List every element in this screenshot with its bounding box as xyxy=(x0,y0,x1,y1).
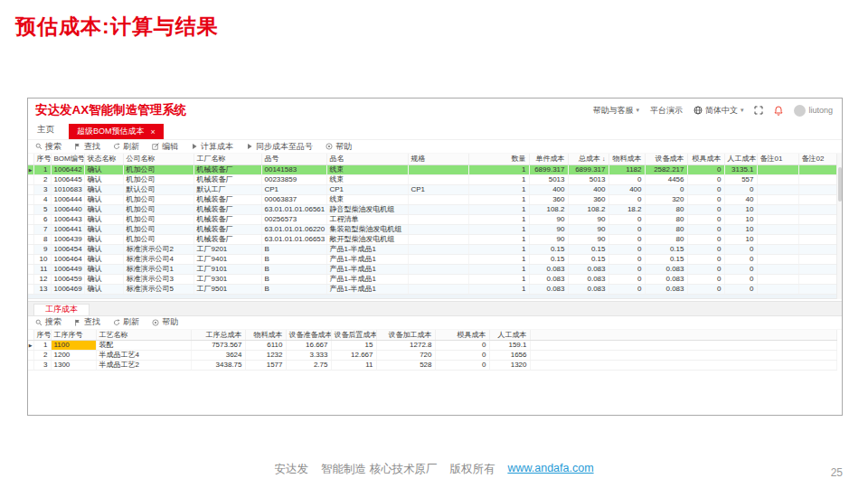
table-row[interactable]: ▶11006442确认机加公司机械装备厂00141583线束16899.3176… xyxy=(28,164,836,174)
cell[interactable]: 80 xyxy=(645,224,687,234)
cell[interactable]: 机械装备厂 xyxy=(193,214,261,224)
cell[interactable]: 0 xyxy=(609,284,645,294)
cell[interactable]: B xyxy=(261,254,326,264)
cell[interactable]: 1006440 xyxy=(51,204,84,214)
cell[interactable]: 63.01.01.01.06561 xyxy=(261,204,326,214)
cell[interactable]: 0 xyxy=(724,184,757,194)
cell[interactable] xyxy=(757,284,798,294)
toolbar-button[interactable]: 搜索 xyxy=(35,141,61,153)
table-row[interactable]: 51006440确认机加公司机械装备厂63.01.01.01.06561静音型柴… xyxy=(28,204,836,214)
cell[interactable]: 7573.567 xyxy=(191,341,245,351)
cell[interactable]: 0 xyxy=(687,214,724,224)
toolbar-button[interactable]: 刷新 xyxy=(113,141,139,153)
cell[interactable]: 1 xyxy=(468,254,529,264)
cell[interactable]: 0 xyxy=(724,264,757,274)
cell[interactable]: 3 xyxy=(33,361,51,371)
cell[interactable]: 确认 xyxy=(84,204,123,214)
cell[interactable]: 4 xyxy=(33,194,51,204)
language-selector[interactable]: 简体中文 ▾ xyxy=(693,105,744,117)
cell[interactable]: 0 xyxy=(609,224,645,234)
cell[interactable] xyxy=(408,164,468,174)
cell[interactable]: 线束 xyxy=(326,194,408,204)
cell[interactable]: 0 xyxy=(687,244,724,254)
cell[interactable]: 1 xyxy=(468,284,529,294)
horizontal-scrollbar[interactable] xyxy=(28,295,836,299)
cell[interactable]: 528 xyxy=(376,361,435,371)
footer-link[interactable]: www.andafa.com xyxy=(507,462,593,477)
cell[interactable]: 0 xyxy=(687,174,724,184)
tab-process-cost[interactable]: 工序成本 xyxy=(33,304,90,315)
cell[interactable]: 0.083 xyxy=(645,274,687,284)
cell[interactable]: 5013 xyxy=(568,174,609,184)
cell[interactable]: 2 xyxy=(33,351,51,361)
toolbar-button[interactable]: 搜索 xyxy=(35,316,61,328)
cell[interactable]: 1006445 xyxy=(51,174,84,184)
cell[interactable]: 静音型柴油发电机组 xyxy=(326,204,408,214)
cell[interactable]: 0 xyxy=(687,264,724,274)
cell[interactable]: 7 xyxy=(33,224,51,234)
cell[interactable]: 1 xyxy=(468,244,529,254)
cell[interactable]: 0.083 xyxy=(529,284,568,294)
cell[interactable]: 360 xyxy=(529,194,568,204)
cell[interactable]: 1006442 xyxy=(51,164,84,174)
cell[interactable]: 0 xyxy=(687,194,724,204)
table-row[interactable]: 91006454确认标准演示公司2工厂9201B产品1-半成品110.150.1… xyxy=(28,244,836,254)
cell[interactable] xyxy=(798,164,836,174)
cell[interactable]: 2 xyxy=(33,174,51,184)
table-row[interactable]: ▶11100装配7573.567611016.667151272.80159.1 xyxy=(28,341,836,351)
fullscreen-button[interactable] xyxy=(754,106,763,115)
table-row[interactable]: 31010683确认默认公司默认工厂CP1CP1CP11400400400000 xyxy=(28,184,836,194)
cell[interactable]: 3.333 xyxy=(286,351,331,361)
cell[interactable]: 2582.217 xyxy=(645,164,687,174)
cell[interactable] xyxy=(757,184,798,194)
cell[interactable]: 1 xyxy=(468,174,529,184)
cell[interactable]: 1006443 xyxy=(51,214,84,224)
cell[interactable]: 机加公司 xyxy=(123,194,193,204)
cell[interactable] xyxy=(798,254,836,264)
cell[interactable]: 0 xyxy=(724,284,757,294)
table-row[interactable]: 111006449确认标准演示公司1工厂9101B产品1-半成品110.0830… xyxy=(28,264,836,274)
column-header[interactable]: 工艺名称 xyxy=(96,330,191,341)
cell[interactable]: 10 xyxy=(724,234,757,244)
cell[interactable]: 机加公司 xyxy=(123,224,193,234)
cell[interactable] xyxy=(757,224,798,234)
column-header[interactable]: 备注02 xyxy=(798,154,836,164)
cell[interactable]: 工程清单 xyxy=(326,214,408,224)
toolbar-button[interactable]: 编辑 xyxy=(152,141,178,153)
column-header[interactable]: 工序序号 xyxy=(51,330,96,341)
cell[interactable] xyxy=(757,214,798,224)
cell[interactable]: 0 xyxy=(609,194,645,204)
cell[interactable]: 90 xyxy=(529,224,568,234)
cell[interactable] xyxy=(757,164,798,174)
column-header[interactable]: 序号 xyxy=(33,154,51,164)
platform-demo-link[interactable]: 平台演示 xyxy=(650,105,683,117)
cell[interactable]: 0.083 xyxy=(529,264,568,274)
cell[interactable]: 1 xyxy=(468,264,529,274)
cell[interactable]: 90 xyxy=(529,234,568,244)
cell[interactable]: 确认 xyxy=(84,264,123,274)
toolbar-button[interactable]: 同步成本至品号 xyxy=(246,141,313,153)
cell[interactable]: 0.15 xyxy=(529,254,568,264)
cell[interactable]: 6110 xyxy=(245,341,286,351)
cell[interactable]: 10 xyxy=(724,204,757,214)
cell[interactable] xyxy=(798,194,836,204)
cell[interactable] xyxy=(408,264,468,274)
cell[interactable]: 12 xyxy=(33,274,51,284)
cell[interactable]: 13 xyxy=(33,284,51,294)
cell[interactable] xyxy=(798,274,836,284)
cell[interactable]: 1 xyxy=(468,214,529,224)
toolbar-button[interactable]: 帮助 xyxy=(326,141,352,153)
table-row[interactable]: 31300半成品工艺23438.7515772.751152801320 xyxy=(28,361,836,371)
table-row[interactable]: 61006443确认机加公司机械装备厂00256573工程清单190900800… xyxy=(28,214,836,224)
cell[interactable] xyxy=(798,234,836,244)
cell[interactable]: 16.667 xyxy=(286,341,331,351)
cell[interactable]: 0.15 xyxy=(568,254,609,264)
cell[interactable]: 集装箱型柴油发电机组 xyxy=(326,224,408,234)
cell[interactable]: 半成品工艺2 xyxy=(96,361,191,371)
cell[interactable] xyxy=(757,254,798,264)
cell[interactable]: 1006449 xyxy=(51,264,84,274)
table-row[interactable]: 101006464确认标准演示公司4工厂9401B产品1-半成品110.150.… xyxy=(28,254,836,264)
cell[interactable]: 00141583 xyxy=(261,164,326,174)
cell[interactable] xyxy=(408,214,468,224)
cell[interactable]: 10 xyxy=(33,254,51,264)
